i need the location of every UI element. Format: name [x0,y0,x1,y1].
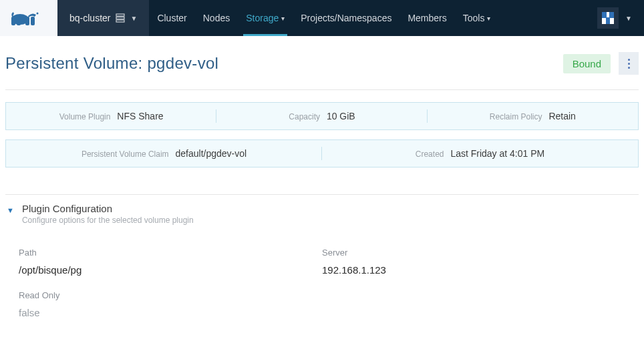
chevron-down-icon: ▾ [281,15,285,22]
nav-items: Cluster Nodes Storage▾ Projects/Namespac… [149,0,498,36]
collapse-caret-icon: ▼ [7,206,14,214]
status-badge: Bound [563,54,611,73]
user-menu[interactable]: ▼ [585,0,644,36]
svg-rect-3 [25,17,29,25]
svg-point-5 [37,13,39,15]
divider [5,89,639,90]
nav-item-members[interactable]: Members [399,0,454,36]
svg-rect-12 [606,17,610,24]
cluster-switcher[interactable]: bq-cluster ▼ [57,0,149,36]
field-path: Path /opt/bisque/pg [19,248,322,276]
actions-menu-button[interactable] [619,52,639,75]
rancher-logo-icon [9,8,48,28]
summary-box-1: Volume Plugin NFS Share Capacity 10 GiB … [5,102,639,130]
svg-rect-2 [17,17,21,25]
svg-rect-4 [31,17,35,25]
cluster-name: bq-cluster [69,13,110,23]
title-row: Persistent Volume: pgdev-vol Bound [5,52,639,87]
svg-rect-6 [116,14,124,16]
nav-item-cluster[interactable]: Cluster [149,0,194,36]
chevron-down-icon: ▾ [487,15,490,22]
summary-capacity: Capacity 10 GiB [216,111,427,121]
page-title: Persistent Volume: pgdev-vol [5,54,218,73]
svg-rect-8 [116,20,124,22]
svg-rect-10 [602,12,607,18]
chevron-down-icon: ▼ [625,15,632,22]
section-title: Plugin Configuration [22,203,194,214]
summary-created: Created Last Friday at 4:01 PM [322,148,638,159]
summary-box-2: Persistent Volume Claim default/pgdev-vo… [5,139,639,167]
avatar [597,7,619,29]
logo[interactable] [0,0,57,36]
section-toggle[interactable]: ▼ Plugin Configuration Configure options… [5,202,639,234]
field-readonly: Read Only false [19,290,322,318]
field-server: Server 192.168.1.123 [322,248,625,276]
section-subtitle: Configure options for the selected volum… [22,216,194,225]
summary-reclaim-policy: Reclaim Policy Retain [428,111,638,121]
nav-item-tools[interactable]: Tools▾ [455,0,499,36]
plugin-fields: Path /opt/bisque/pg Server 192.168.1.123… [5,234,639,333]
avatar-icon [600,10,616,26]
svg-rect-1 [11,17,15,25]
chevron-down-icon: ▼ [130,15,137,22]
svg-rect-11 [609,12,614,18]
summary-pvc: Persistent Volume Claim default/pgdev-vo… [6,148,322,159]
nav-item-nodes[interactable]: Nodes [195,0,238,36]
content: Persistent Volume: pgdev-vol Bound Volum… [0,36,644,338]
svg-rect-7 [116,17,124,19]
plugin-config-section: ▼ Plugin Configuration Configure options… [5,194,639,333]
stack-icon [116,13,125,23]
nav-item-storage[interactable]: Storage▾ [238,0,293,36]
top-nav: bq-cluster ▼ Cluster Nodes Storage▾ Proj… [0,0,644,36]
nav-item-projects[interactable]: Projects/Namespaces [293,0,399,36]
summary-volume-plugin: Volume Plugin NFS Share [6,111,216,121]
